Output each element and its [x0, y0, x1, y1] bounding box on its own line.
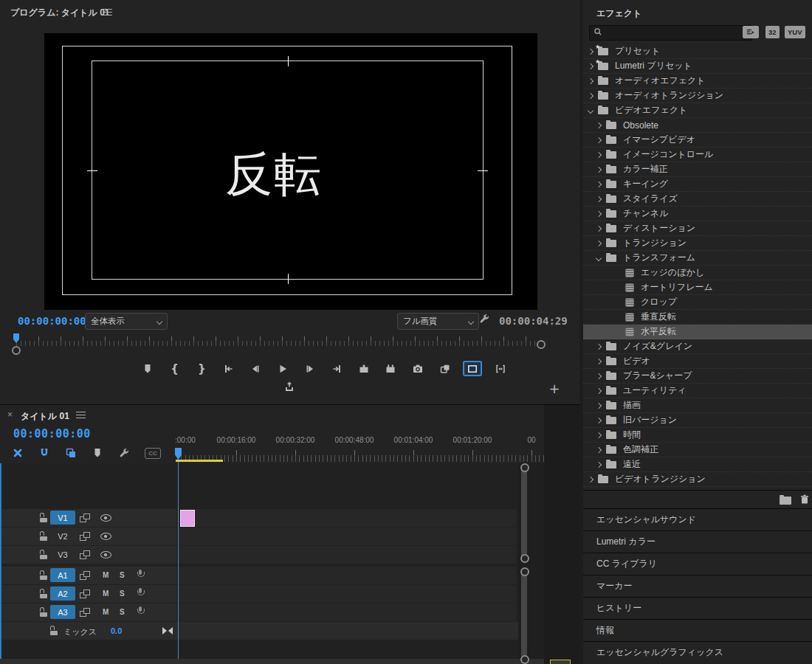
sync-lock-icon[interactable]	[80, 589, 90, 598]
video-preview[interactable]: 反転	[44, 33, 537, 310]
effects-tree-item[interactable]: ノイズ&グレイン	[583, 339, 812, 354]
effects-tree-item[interactable]: オーディオトランジション	[583, 89, 812, 103]
panel-tab-Lumetri カラー[interactable]: Lumetri カラー	[583, 530, 812, 553]
delete-icon[interactable]	[799, 494, 811, 508]
chevron-right-icon[interactable]	[596, 461, 602, 467]
scroll-focus-marker[interactable]	[550, 660, 571, 664]
sync-lock-icon[interactable]	[80, 550, 90, 559]
safe-margins-button[interactable]	[463, 361, 482, 376]
chevron-right-icon[interactable]	[596, 166, 602, 172]
track-target-A2[interactable]: A2	[50, 587, 75, 601]
close-tab-icon[interactable]: ×	[7, 409, 13, 420]
chevron-right-icon[interactable]	[596, 387, 602, 393]
snap-icon[interactable]	[38, 447, 50, 459]
mark-in-button[interactable]: {	[166, 361, 184, 377]
effects-tree-item[interactable]: 遠近	[583, 457, 812, 472]
effects-tree-item[interactable]: オートリフレーム	[583, 280, 812, 295]
extract-button[interactable]	[382, 361, 399, 377]
chevron-right-icon[interactable]	[596, 240, 602, 246]
solo-button[interactable]: S	[120, 608, 125, 616]
linked-selection-icon[interactable]	[65, 447, 77, 459]
chevron-right-icon[interactable]	[596, 432, 602, 438]
effects-tree-item[interactable]: チャンネル	[583, 207, 812, 221]
chevron-right-icon[interactable]	[588, 63, 593, 69]
effects-tree-item[interactable]: ビデオトランジション	[583, 472, 812, 487]
sync-lock-icon[interactable]	[80, 513, 90, 522]
track-target-V1[interactable]: V1	[50, 511, 75, 525]
track-lock-icon[interactable]	[40, 570, 48, 580]
mute-button[interactable]: M	[103, 608, 109, 616]
audio-lane-A1[interactable]	[177, 567, 517, 584]
effects-tree-item[interactable]: スタイライズ	[583, 192, 812, 207]
captions-icon[interactable]: CC	[145, 448, 161, 459]
track-output-eye-icon[interactable]	[100, 533, 111, 540]
effects-tree-item[interactable]: ビデオエフェクト	[583, 103, 812, 118]
timeline-vertical-scrollbar[interactable]	[518, 463, 530, 659]
master-volume-value[interactable]: 0.0	[111, 626, 122, 635]
chevron-right-icon[interactable]	[596, 402, 602, 408]
panel-tab-CC ライブラリ[interactable]: CC ライブラリ	[583, 553, 812, 575]
add-marker-button[interactable]	[139, 361, 156, 377]
track-lock-icon[interactable]	[40, 513, 48, 522]
track-height-handle[interactable]	[520, 554, 529, 563]
play-button[interactable]	[274, 361, 292, 377]
video-lane-V2[interactable]	[177, 528, 517, 545]
chevron-right-icon[interactable]	[596, 196, 602, 201]
pan-keyframe-icon[interactable]	[162, 627, 173, 634]
audio-lane-A2[interactable]	[177, 585, 517, 603]
panel-tab-情報[interactable]: 情報	[583, 619, 812, 641]
voiceover-record-icon[interactable]	[136, 606, 144, 618]
track-lock-icon[interactable]	[50, 626, 58, 635]
effects-tree-item[interactable]: プリセット	[583, 44, 812, 59]
effects-tree-item[interactable]: トランジション	[583, 236, 812, 251]
effects-tree-item[interactable]: 旧バージョン	[583, 413, 812, 428]
audio-scroll-thumb[interactable]	[521, 572, 527, 659]
track-target-V3[interactable]: V3	[50, 547, 75, 561]
effects-tree-item[interactable]: イメージコントロール	[583, 148, 812, 162]
export-button[interactable]	[281, 378, 298, 395]
scroll-handle-right[interactable]	[537, 340, 546, 349]
filter-badge-32[interactable]: 32	[765, 26, 780, 38]
voiceover-record-icon[interactable]	[136, 588, 144, 599]
mute-button[interactable]: M	[103, 571, 109, 579]
program-monitor-tab[interactable]: プログラム: タイトル 01	[10, 7, 110, 19]
search-input[interactable]	[603, 28, 739, 38]
graphic-clip[interactable]	[180, 510, 195, 527]
playback-quality-dropdown[interactable]: フル画質	[397, 313, 479, 330]
filter-badge-accelerated[interactable]	[743, 26, 759, 38]
effects-tree-item[interactable]: 色調補正	[583, 443, 812, 457]
effects-tree-item[interactable]: カラー補正	[583, 162, 812, 177]
chevron-right-icon[interactable]	[588, 476, 593, 482]
add-marker-icon[interactable]	[92, 447, 103, 459]
sync-lock-icon[interactable]	[80, 608, 90, 617]
effects-tree-item[interactable]: オーディオエフェクト	[583, 74, 812, 89]
track-lock-icon[interactable]	[40, 550, 48, 559]
effects-tree-item[interactable]: キーイング	[583, 177, 812, 192]
video-lane-V3[interactable]	[177, 546, 517, 564]
mark-out-button[interactable]: }	[193, 361, 210, 377]
master-track-label[interactable]: ミックス	[63, 626, 97, 637]
effects-tree-item[interactable]: Lumetri プリセット	[583, 59, 812, 74]
effects-tree-item[interactable]: 水平反転	[583, 325, 812, 339]
effects-tree-item[interactable]: トランスフォーム	[583, 251, 812, 266]
panel-tab-エッセンシャルグラフィックス[interactable]: エッセンシャルグラフィックス	[583, 641, 812, 663]
voiceover-record-icon[interactable]	[136, 570, 144, 581]
chevron-right-icon[interactable]	[596, 446, 602, 452]
effects-tree-item[interactable]: クロップ	[583, 295, 812, 310]
chevron-right-icon[interactable]	[596, 151, 602, 157]
comparison-view-button[interactable]	[492, 361, 509, 377]
new-bin-icon[interactable]	[780, 497, 791, 505]
chevron-right-icon[interactable]	[588, 92, 593, 98]
timeline-ruler[interactable]	[174, 450, 544, 462]
chevron-right-icon[interactable]	[596, 122, 602, 128]
effects-tree-item[interactable]: 描画	[583, 398, 812, 413]
solo-button[interactable]: S	[120, 589, 125, 598]
program-scrub-bar[interactable]	[10, 333, 548, 354]
sync-lock-icon[interactable]	[80, 571, 90, 580]
effects-tree-item[interactable]: イマーシブビデオ	[583, 133, 812, 148]
current-timecode[interactable]: 00:00:00:00	[18, 315, 86, 327]
chevron-right-icon[interactable]	[596, 136, 602, 142]
chevron-right-icon[interactable]	[596, 358, 602, 364]
step-forward-button[interactable]	[301, 361, 319, 377]
panel-menu-icon[interactable]	[103, 9, 112, 15]
